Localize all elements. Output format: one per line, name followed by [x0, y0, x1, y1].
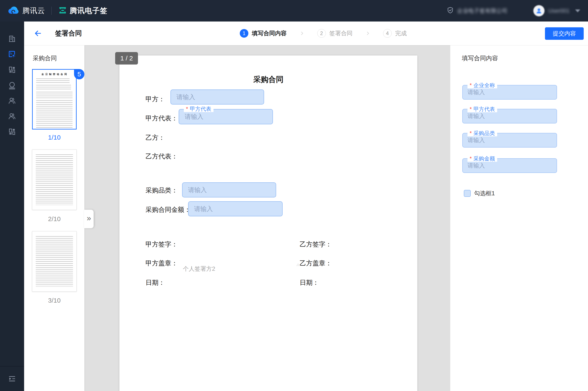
users-icon [8, 112, 16, 120]
arrow-left-icon [34, 29, 42, 38]
stamp-icon [8, 81, 16, 90]
thumbnail-text-lines [36, 100, 73, 129]
thumbnail-text-lines [36, 154, 73, 205]
contract-title: 采购合同 [119, 74, 417, 85]
field-float-label: * 甲方代表 [184, 105, 214, 112]
thumbnail-panel: 采购合同 全 日 制 劳 动 合 同 5 1/10 2/10 3/10 » [24, 45, 84, 391]
user-name: User001 [548, 7, 570, 14]
step-label: 填写合同内容 [252, 29, 287, 37]
tencent-cloud-logo-icon [7, 5, 20, 16]
field-float-label: * 采购品类 [468, 130, 497, 136]
users-icon [8, 96, 16, 105]
sidebar-item-members[interactable] [4, 93, 20, 108]
page-thumbnail-2[interactable] [32, 149, 77, 210]
topbar: 腾讯云 腾讯电子签 企业电子签有限公司 User001 [0, 0, 588, 21]
seal-a-label: 甲方盖章： [145, 259, 178, 268]
required-mark: * [470, 155, 472, 162]
company-fullname-field[interactable]: * 企业全称 [462, 85, 557, 99]
field-float-label: * 企业全称 [468, 82, 497, 88]
party-a-rep-field[interactable]: * 甲方代表 [179, 109, 273, 124]
category-field[interactable] [182, 182, 276, 197]
step-fill-content: 1 填写合同内容 [240, 29, 287, 38]
party-a-input[interactable] [171, 94, 264, 101]
signer-tag: 个人签署方2 [183, 265, 215, 273]
page-number-label: 3/10 [32, 297, 77, 304]
sidebar-item-apps[interactable] [4, 124, 20, 139]
purchase-category-input[interactable] [463, 137, 557, 144]
panel-collapse-handle[interactable]: » [84, 210, 94, 228]
purchase-category-field[interactable]: * 采购品类 [462, 133, 557, 148]
field-float-label: * 采购金额 [468, 155, 497, 162]
checkbox-1[interactable] [464, 190, 471, 197]
avatar[interactable] [533, 5, 545, 16]
field-float-label: * 甲方代表 [468, 106, 497, 112]
page-title: 签署合同 [55, 29, 82, 38]
page-indicator: 1 / 2 [115, 52, 138, 65]
sidebar-collapse-button[interactable] [4, 371, 20, 387]
step-number: 1 [240, 29, 248, 38]
collapse-menu-icon [8, 375, 16, 383]
company-name: 企业电子签有限公司 [457, 7, 507, 15]
float-label-text: 企业全称 [473, 82, 495, 88]
sidebar [0, 21, 24, 391]
sidebar-item-contract-template[interactable] [4, 46, 20, 62]
checkbox-row: 勾选框1 [464, 190, 495, 197]
double-chevron-right-icon: » [87, 214, 91, 223]
page-header: 签署合同 1 填写合同内容 2 签署合同 4 完成 提交内容 [24, 21, 588, 45]
watermark [296, 263, 300, 266]
step-number: 4 [383, 29, 392, 38]
submit-content-button[interactable]: 提交内容 [545, 27, 584, 40]
grid-icon [8, 65, 16, 74]
float-label-text: 甲方代表 [190, 105, 211, 112]
category-input[interactable] [183, 187, 276, 194]
esign-brand: 腾讯电子签 [58, 6, 108, 16]
category-label: 采购品类： [145, 186, 178, 195]
purchase-amount-field[interactable]: * 采购金额 [462, 158, 557, 173]
back-button[interactable] [33, 29, 43, 38]
float-label-text: 甲方代表 [473, 106, 495, 112]
sidebar-item-dashboard[interactable] [4, 62, 20, 77]
field-box[interactable]: * 采购品类 [462, 133, 557, 148]
party-a-field[interactable] [170, 90, 264, 104]
party-a-rep-input[interactable] [179, 113, 272, 120]
sidebar-item-seal[interactable] [4, 77, 20, 93]
field-box[interactable]: * 企业全称 [462, 85, 557, 99]
thumbnail-text-lines [36, 236, 73, 287]
thumbnail-text-lines [36, 92, 73, 98]
chevron-down-icon[interactable] [575, 9, 580, 12]
amount-field[interactable] [188, 201, 283, 216]
float-label-text: 采购品类 [473, 130, 495, 136]
grid-icon [8, 127, 16, 136]
party-b-rep-label: 乙方代表： [145, 152, 178, 161]
party-a-rep-field[interactable]: * 甲方代表 [462, 109, 557, 123]
field-box[interactable]: * 采购金额 [462, 158, 557, 173]
topbar-right: 企业电子签有限公司 User001 [446, 5, 580, 16]
float-label-text: 采购金额 [473, 155, 495, 162]
field-box[interactable]: * 甲方代表 [462, 109, 557, 123]
required-mark: * [470, 82, 472, 88]
thumbnail-text-lines [36, 79, 70, 83]
tencent-cloud-brand-text: 腾讯云 [22, 6, 45, 16]
fill-content-panel: 填写合同内容 * 企业全称 * 甲方代表 * 采购品类 [450, 45, 588, 391]
seal-b-label: 乙方盖章： [300, 259, 332, 268]
thumbnail-content [32, 231, 76, 292]
sidebar-item-company[interactable] [4, 31, 20, 46]
document-viewer: 1 / 2 采购合同 甲方： 甲方代表： * 甲方代表 乙方： 乙方代表： 采购… [84, 45, 450, 391]
step-label: 签署合同 [329, 29, 353, 37]
panel-title: 填写合同内容 [462, 54, 498, 62]
party-a-rep-input[interactable] [463, 113, 557, 120]
company-fullname-input[interactable] [463, 89, 557, 96]
field-count-badge: 5 [74, 69, 84, 79]
thumbnail-content: 全 日 制 劳 动 合 同 [33, 70, 76, 129]
contract-name-title: 采购合同 [33, 54, 57, 62]
sign-b-label: 乙方签字： [300, 240, 332, 249]
sign-a-label: 甲方签字： [145, 240, 178, 249]
step-complete: 4 完成 [383, 29, 407, 38]
page-thumbnail-1[interactable]: 全 日 制 劳 动 合 同 [32, 69, 77, 129]
topbar-divider [51, 7, 52, 15]
sidebar-item-organization[interactable] [4, 108, 20, 124]
purchase-amount-input[interactable] [463, 162, 557, 169]
thumbnail-doc-title: 全 日 制 劳 动 合 同 [36, 73, 73, 76]
amount-input[interactable] [189, 205, 282, 212]
page-thumbnail-3[interactable] [32, 231, 77, 292]
